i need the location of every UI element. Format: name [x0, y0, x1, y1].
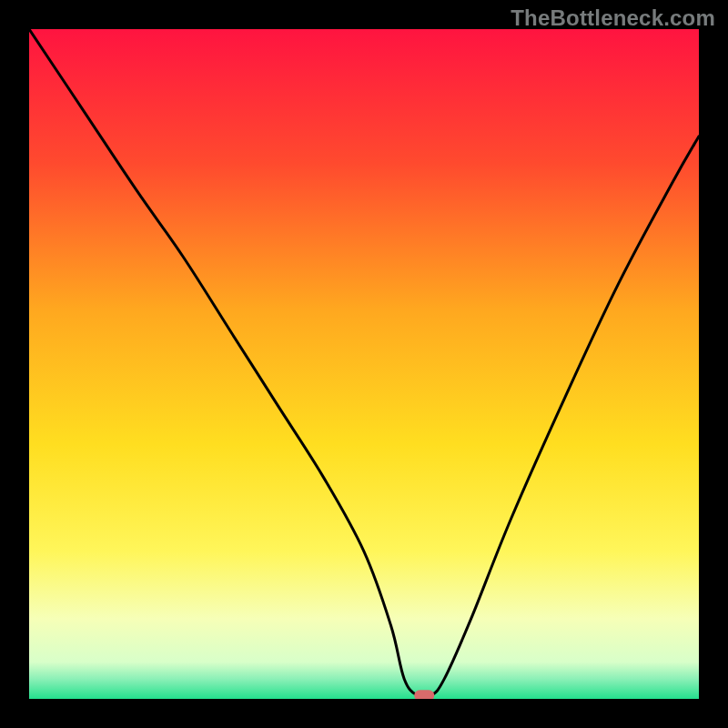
optimal-marker — [414, 690, 434, 699]
watermark-label: TheBottleneck.com — [511, 5, 715, 31]
gradient-background — [29, 29, 699, 699]
bottleneck-chart — [29, 29, 699, 699]
chart-frame: TheBottleneck.com — [0, 0, 728, 728]
plot-area — [29, 29, 699, 699]
